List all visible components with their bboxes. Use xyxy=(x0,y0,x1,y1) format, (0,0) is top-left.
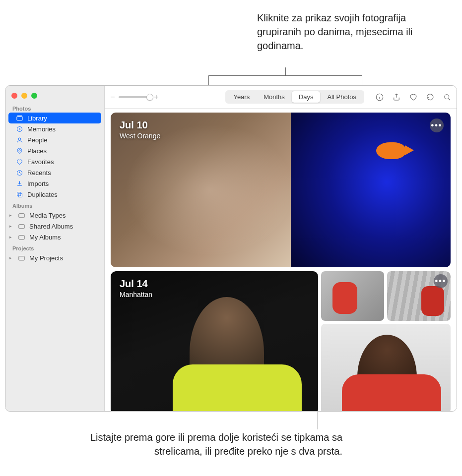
photo-content xyxy=(342,374,441,411)
clock-icon xyxy=(15,169,23,177)
zoom-out-button[interactable]: − xyxy=(110,93,116,102)
sidebar-item-label: Imports xyxy=(27,180,49,187)
photo-thumbnail[interactable]: ••• xyxy=(387,271,451,321)
svg-point-2 xyxy=(17,126,22,131)
callout-line xyxy=(318,412,318,429)
callout-bracket xyxy=(208,75,362,85)
library-icon xyxy=(15,114,23,122)
folder-icon xyxy=(17,233,25,241)
download-icon xyxy=(15,179,23,187)
sidebar-item-my-albums[interactable]: ▸ My Albums xyxy=(5,232,104,242)
share-icon[interactable] xyxy=(392,93,401,102)
photo-thumbnail[interactable] xyxy=(291,113,451,267)
ellipsis-icon: ••• xyxy=(435,277,447,286)
sidebar-item-places[interactable]: Places xyxy=(5,145,104,156)
sidebar-item-label: My Projects xyxy=(29,254,63,262)
sidebar-item-favorites[interactable]: Favorites xyxy=(5,156,104,167)
window-controls xyxy=(5,86,104,103)
chevron-right-icon: ▸ xyxy=(9,255,13,260)
people-icon xyxy=(15,136,23,144)
sidebar-item-label: Favorites xyxy=(27,158,54,166)
day-date: Jul 14 xyxy=(120,278,152,290)
minimize-window-button[interactable] xyxy=(21,93,27,99)
tab-months[interactable]: Months xyxy=(257,91,292,103)
sidebar: Photos Library Memories People Places xyxy=(5,86,105,411)
tab-all-photos[interactable]: All Photos xyxy=(320,91,363,103)
tab-days[interactable]: Days xyxy=(292,91,321,103)
sidebar-section-projects: Projects xyxy=(5,242,104,252)
search-icon[interactable] xyxy=(443,93,452,102)
day-card[interactable]: Jul 14 Manhattan ••• xyxy=(111,271,451,411)
zoom-in-button[interactable]: + xyxy=(153,93,159,102)
sidebar-item-people[interactable]: People xyxy=(5,134,104,145)
callout-line xyxy=(285,67,286,76)
view-segmented-control: Years Months Days All Photos xyxy=(225,90,364,104)
sidebar-item-label: Recents xyxy=(27,169,51,177)
zoom-slider[interactable] xyxy=(119,96,150,98)
memories-icon xyxy=(15,125,23,133)
photo-thumbnail[interactable] xyxy=(321,324,451,411)
chevron-right-icon: ▸ xyxy=(9,235,13,239)
svg-point-14 xyxy=(445,94,449,99)
main-area: − + Years Months Days All Photos xyxy=(105,86,457,411)
svg-rect-11 xyxy=(18,235,24,239)
svg-rect-10 xyxy=(18,224,24,228)
day-header: Jul 14 Manhattan xyxy=(120,278,152,298)
sidebar-item-label: Duplicates xyxy=(27,191,58,198)
rotate-icon[interactable] xyxy=(426,93,435,102)
day-card[interactable]: Jul 10 West Orange ••• xyxy=(111,113,451,267)
sidebar-item-duplicates[interactable]: Duplicates xyxy=(5,189,104,200)
sidebar-section-photos: Photos xyxy=(5,103,104,113)
sidebar-item-memories[interactable]: Memories xyxy=(5,123,104,134)
svg-rect-8 xyxy=(18,193,22,197)
info-icon[interactable] xyxy=(375,93,384,102)
sidebar-item-recents[interactable]: Recents xyxy=(5,167,104,178)
day-place: Manhattan xyxy=(120,291,152,298)
fullscreen-window-button[interactable] xyxy=(31,93,37,99)
photo-thumbnail[interactable] xyxy=(321,271,385,321)
sidebar-item-label: People xyxy=(27,136,47,144)
heart-icon xyxy=(15,158,23,166)
photo-thumbnail[interactable]: Jul 14 Manhattan xyxy=(111,271,318,411)
sidebar-item-shared-albums[interactable]: ▸ Shared Albums xyxy=(5,221,104,232)
sidebar-item-media-types[interactable]: ▸ Media Types xyxy=(5,210,104,221)
sidebar-item-imports[interactable]: Imports xyxy=(5,178,104,189)
sidebar-item-label: My Albums xyxy=(29,234,61,241)
folder-icon xyxy=(17,254,25,262)
sidebar-item-label: Library xyxy=(27,115,47,122)
zoom-control: − + xyxy=(110,93,159,102)
more-button[interactable]: ••• xyxy=(434,274,448,288)
slider-thumb[interactable] xyxy=(146,94,153,101)
sidebar-section-albums: Albums xyxy=(5,200,104,210)
more-button[interactable]: ••• xyxy=(430,119,444,132)
photo-content xyxy=(376,142,406,159)
day-header: Jul 10 West Orange xyxy=(120,119,160,140)
tab-years[interactable]: Years xyxy=(226,91,257,103)
svg-rect-7 xyxy=(17,192,21,196)
photo-content xyxy=(173,364,302,411)
thumbnail-column: ••• xyxy=(321,271,451,411)
close-window-button[interactable] xyxy=(11,93,17,99)
callout-text-top: Kliknite za prikaz svojih fotografija gr… xyxy=(257,11,436,53)
chevron-right-icon: ▸ xyxy=(9,213,13,218)
svg-point-3 xyxy=(19,128,20,130)
sidebar-item-my-projects[interactable]: ▸ My Projects xyxy=(5,252,104,263)
places-icon xyxy=(15,147,23,155)
folder-icon xyxy=(17,211,25,219)
svg-point-5 xyxy=(18,149,20,151)
photo-grid[interactable]: Jul 10 West Orange ••• Jul 14 Manhattan xyxy=(105,109,457,411)
photos-app-window: Photos Library Memories People Places xyxy=(5,85,457,412)
sidebar-item-library[interactable]: Library xyxy=(8,113,101,123)
day-date: Jul 10 xyxy=(120,119,160,131)
favorite-icon[interactable] xyxy=(409,93,418,102)
sidebar-item-label: Memories xyxy=(27,125,56,133)
toolbar-actions xyxy=(375,93,452,102)
ellipsis-icon: ••• xyxy=(431,121,443,130)
chevron-right-icon: ▸ xyxy=(9,224,13,229)
callout-text-bottom: Listajte prema gore ili prema dolje kori… xyxy=(74,430,342,458)
svg-rect-9 xyxy=(18,213,24,217)
sidebar-item-label: Places xyxy=(27,147,47,155)
svg-rect-1 xyxy=(17,115,22,116)
svg-rect-12 xyxy=(18,256,24,260)
toolbar: − + Years Months Days All Photos xyxy=(105,86,457,109)
